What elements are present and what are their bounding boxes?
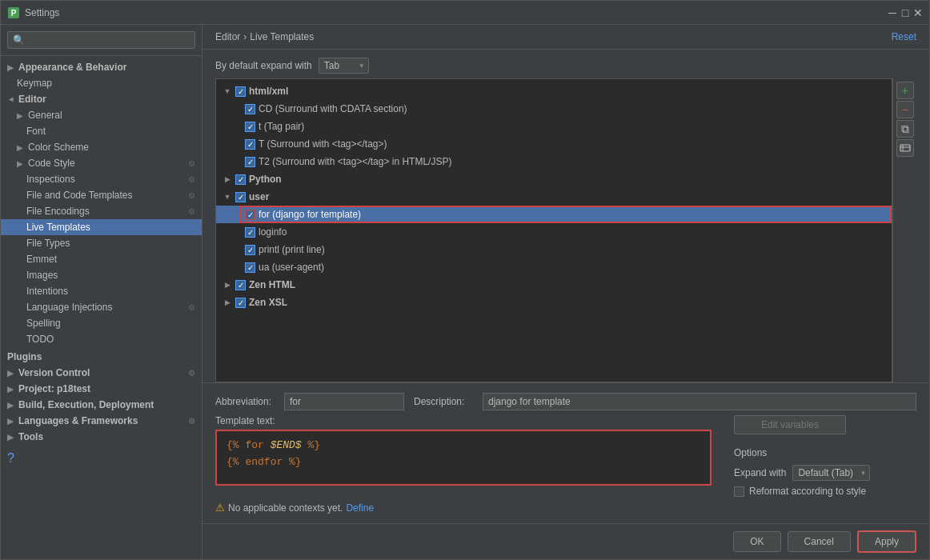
checkbox-t[interactable] (245, 122, 255, 132)
checkbox-zen-xsl[interactable] (235, 298, 246, 308)
arrow-icon: ▼ (7, 95, 16, 103)
reset-template-button[interactable] (896, 139, 914, 157)
sidebar-item-label: Images (26, 270, 58, 281)
sidebar-item-intentions[interactable]: Intentions (1, 283, 202, 299)
sidebar-item-languages[interactable]: ▶ Languages & Frameworks ⚙ (1, 413, 202, 429)
sidebar-item-keymap[interactable]: Keymap (1, 75, 202, 91)
tree-item-user[interactable]: ▼ user (216, 188, 892, 206)
checkbox-html-xml[interactable] (235, 86, 246, 97)
remove-template-button[interactable]: − (896, 101, 914, 118)
tree-item-python[interactable]: ▶ Python (216, 170, 892, 188)
reformat-label: Reformat according to style (749, 486, 866, 497)
expand-with-options-dropdown[interactable]: Default (Tab) (792, 465, 870, 481)
copy-template-button[interactable]: ⧉ (896, 120, 914, 138)
cancel-button[interactable]: Cancel (788, 531, 851, 552)
tree-item-label: user (249, 191, 269, 202)
sidebar-item-spelling[interactable]: Spelling (1, 315, 202, 331)
sidebar-item-emmet[interactable]: Emmet (1, 251, 202, 267)
sidebar-item-language-injections[interactable]: Language Injections ⚙ (1, 299, 202, 315)
sidebar-item-editor[interactable]: ▼ Editor (1, 91, 202, 107)
expand-arrow-icon: ▶ (222, 281, 232, 289)
tree-item-label: Python (249, 174, 282, 185)
define-link[interactable]: Define (346, 502, 374, 514)
settings-icon: ⚙ (188, 191, 195, 200)
sidebar-item-version-control[interactable]: ▶ Version Control ⚙ (1, 365, 202, 381)
tree-item-label: loginfo (259, 226, 287, 238)
warning-icon: ⚠ (215, 502, 225, 514)
sidebar-item-images[interactable]: Images (1, 267, 202, 283)
sidebar-item-build[interactable]: ▶ Build, Execution, Deployment (1, 397, 202, 413)
checkbox-loginfo[interactable] (245, 227, 255, 238)
help-icon[interactable]: ? (7, 451, 14, 465)
tree-item-ua[interactable]: ua (user-agent) (216, 258, 892, 276)
maximize-button[interactable]: □ (900, 8, 910, 18)
tree-item-T[interactable]: T (Surround with <tag></tag>) (216, 135, 892, 153)
sidebar-item-appearance[interactable]: ▶ Appearance & Behavior (1, 59, 202, 75)
template-tree[interactable]: ▼ html/xml CD (Surround with CDATA secti… (215, 78, 892, 382)
tree-item-cd[interactable]: CD (Surround with CDATA section) (216, 100, 892, 118)
tree-item-html-xml[interactable]: ▼ html/xml (216, 82, 892, 100)
title-bar: P Settings ─ □ ✕ (1, 1, 929, 25)
sidebar-item-file-encodings[interactable]: File Encodings ⚙ (1, 203, 202, 219)
sidebar-item-label: Appearance & Behavior (18, 62, 126, 73)
sidebar-item-code-style[interactable]: ▶ Code Style ⚙ (1, 155, 202, 171)
arrow-icon: ▶ (7, 401, 15, 410)
abbreviation-input[interactable] (284, 393, 404, 410)
tree-item-printl[interactable]: printl (print line) (216, 241, 892, 258)
reformat-checkbox-row: Reformat according to style (734, 486, 916, 497)
main-content: ▶ Appearance & Behavior Keymap ▼ Editor … (1, 25, 929, 559)
tree-item-loginfo[interactable]: loginfo (216, 223, 892, 241)
sidebar-item-label: Inspections (26, 174, 75, 185)
description-input[interactable] (483, 393, 916, 410)
sidebar-item-plugins[interactable]: Plugins (1, 349, 202, 365)
tree-item-t[interactable]: t (Tag pair) (216, 118, 892, 135)
ok-button[interactable]: OK (733, 531, 780, 552)
sidebar-item-live-templates[interactable]: Live Templates (1, 219, 202, 235)
sidebar-item-tools[interactable]: ▶ Tools (1, 429, 202, 445)
panel-header: Editor › Live Templates Reset (202, 25, 929, 50)
reformat-checkbox[interactable] (734, 486, 744, 497)
checkbox-cd[interactable] (245, 104, 255, 114)
sidebar-item-inspections[interactable]: Inspections ⚙ (1, 171, 202, 187)
sidebar-item-project[interactable]: ▶ Project: p18test (1, 381, 202, 397)
checkbox-user[interactable] (235, 192, 246, 202)
nav-tree: ▶ Appearance & Behavior Keymap ▼ Editor … (1, 56, 202, 559)
checkbox-T2[interactable] (245, 157, 255, 167)
sidebar-item-file-types[interactable]: File Types (1, 235, 202, 251)
edit-variables-button[interactable]: Edit variables (734, 415, 846, 434)
options-title: Options (734, 447, 916, 458)
sidebar-item-label: Project: p18test (18, 383, 90, 394)
arrow-icon: ▶ (7, 63, 15, 72)
sidebar-item-label: Language Injections (26, 302, 112, 313)
close-button[interactable]: ✕ (913, 8, 923, 18)
sidebar-item-todo[interactable]: TODO (1, 331, 202, 347)
checkbox-printl[interactable] (245, 245, 255, 255)
minimize-button[interactable]: ─ (888, 8, 897, 18)
sidebar-item-label: General (28, 110, 62, 121)
add-template-button[interactable]: + (896, 82, 914, 99)
sidebar-item-color-scheme[interactable]: ▶ Color Scheme (1, 139, 202, 155)
expand-with-options-label: Expand with (734, 467, 786, 478)
template-text-code[interactable]: {% for $END$ %} {% endfor %} (215, 430, 712, 486)
sidebar-item-file-code-templates[interactable]: File and Code Templates ⚙ (1, 187, 202, 203)
sidebar-item-label: File Types (26, 238, 70, 249)
sidebar-item-general[interactable]: ▶ General (1, 107, 202, 123)
sidebar-item-label: TODO (26, 334, 54, 345)
abbreviation-group: Abbreviation: (215, 393, 404, 410)
tree-item-T2[interactable]: T2 (Surround with <tag></tag> in HTML/JS… (216, 153, 892, 170)
sidebar-item-label: Build, Execution, Deployment (18, 399, 154, 410)
checkbox-T[interactable] (245, 139, 255, 150)
checkbox-ua[interactable] (245, 262, 255, 273)
checkbox-python[interactable] (235, 174, 246, 185)
sidebar-item-font[interactable]: Font (1, 123, 202, 139)
search-input[interactable] (7, 31, 195, 49)
apply-button[interactable]: Apply (857, 530, 916, 553)
tree-item-for[interactable]: for (django for template) (216, 206, 892, 223)
tree-item-zen-xsl[interactable]: ▶ Zen XSL (216, 294, 892, 311)
checkbox-zen-html[interactable] (235, 280, 246, 290)
reset-link[interactable]: Reset (892, 31, 916, 42)
checkbox-for[interactable] (245, 210, 255, 220)
tree-item-zen-html[interactable]: ▶ Zen HTML (216, 276, 892, 294)
settings-icon: ⚙ (188, 175, 195, 184)
expand-with-dropdown[interactable]: Tab Enter Space (319, 58, 369, 74)
